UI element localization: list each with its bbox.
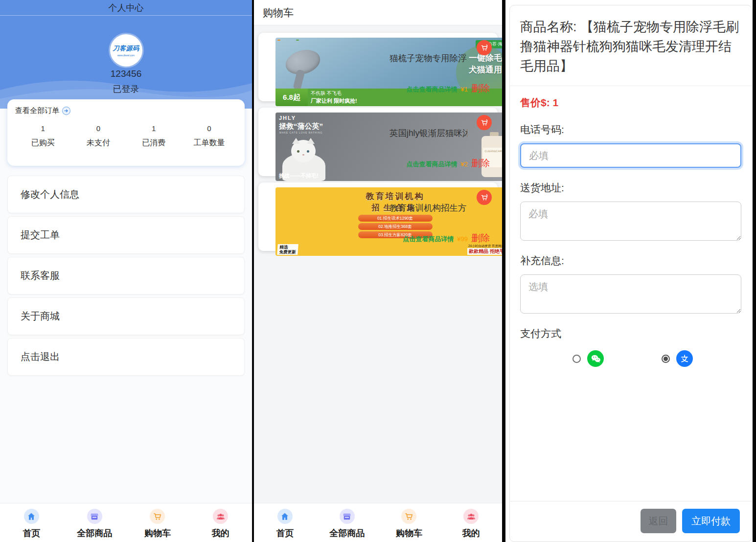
view-detail-link[interactable]: 点击查看商品详情 (403, 235, 454, 244)
product-title: 英国jhly银渐层猫咪沐... (389, 127, 467, 139)
stat-value: 0 (207, 124, 211, 133)
payment-option-wechat[interactable] (573, 350, 604, 367)
delete-button[interactable]: 删除 (471, 157, 490, 170)
shop-icon (340, 509, 355, 524)
delete-button[interactable]: 删除 (471, 232, 490, 245)
menu-item-submit-ticket[interactable]: 提交工单 (7, 216, 245, 254)
add-to-cart-icon[interactable] (477, 40, 492, 55)
wechat-radio[interactable] (573, 355, 581, 363)
image-brand: JHLY (279, 115, 296, 121)
cart-title: 购物车 (263, 6, 294, 20)
product-image-shampoo[interactable]: JHLY 拯救“蒲公英” MAKE CATS LOVE BATHING CLEA… (275, 113, 502, 181)
nav-label: 全部商品 (329, 527, 365, 539)
screen-separator (502, 0, 505, 542)
phone-input[interactable] (520, 143, 741, 168)
stats-row: 1 已购买 0 未支付 1 已消费 0 工单数量 (15, 124, 237, 148)
extra-info-textarea[interactable] (520, 274, 741, 314)
home-icon (24, 509, 39, 524)
cart-item-brush: 新货力荐·淘工厂 一键除毛 犬猫通用 6.8起 不伤肤 不飞毛 厂家让利 限时疯… (258, 33, 498, 101)
profile-menu: 修改个人信息 提交工单 联系客服 关于商城 点击退出 (7, 176, 245, 376)
cat-illustration (302, 154, 304, 156)
menu-item-about-mall[interactable]: 关于商城 (7, 297, 245, 335)
avatar-logo-text: 刀客源码 (113, 44, 139, 53)
cart-icon (150, 509, 165, 524)
product-title: 教育培训机构招生方... (389, 202, 467, 214)
checkout-footer: 返回 立即付款 (510, 500, 752, 542)
login-status: 已登录 (0, 83, 252, 95)
cart-item-education: 教育培训机构 招生合集 01.招生话术1290套 02.地推招生368套 03.… (258, 182, 498, 251)
alipay-radio[interactable] (662, 355, 670, 363)
image-list-item: 01.招生话术1290套 (358, 215, 433, 222)
stat-value: 1 (152, 124, 156, 133)
menu-item-label: 点击退出 (21, 350, 60, 363)
nav-label: 我的 (212, 527, 229, 539)
people-icon (213, 509, 228, 524)
view-detail-link[interactable]: 点击查看商品详情 (407, 85, 458, 94)
arrow-circle-icon[interactable] (62, 106, 71, 115)
stat-unpaid: 0 未支付 (70, 124, 126, 148)
menu-item-label: 联系客服 (21, 269, 60, 282)
screen-edge (753, 0, 756, 542)
menu-item-contact-support[interactable]: 联系客服 (7, 257, 245, 294)
image-price: 6.8起 (275, 89, 308, 106)
item-price: ¥1 (461, 86, 468, 93)
stat-label: 未支付 (87, 138, 110, 148)
sale-price: 售价$: 1 (520, 96, 741, 110)
cart-screen: 购物车 新货力荐·淘工厂 一键除毛 犬猫通用 6.8起 不伤 (254, 0, 502, 542)
bottom-nav: 首页 全部商品 (0, 503, 252, 542)
nav-item-mine[interactable]: 我的 (440, 503, 502, 542)
image-tag: 精选 (279, 245, 297, 249)
nav-item-home[interactable]: 首页 (254, 503, 316, 542)
nav-item-all-products[interactable]: 全部商品 (63, 503, 126, 542)
stat-tickets: 0 工单数量 (182, 124, 237, 148)
view-detail-link[interactable]: 点击查看商品详情 (407, 160, 458, 169)
image-footer-line: 厂家让利 限时疯抢! (311, 97, 502, 105)
wechat-icon (587, 350, 604, 367)
image-tags: 精选 免费更新 (277, 244, 298, 255)
profile-title: 个人中心 (109, 2, 144, 14)
nav-item-mine[interactable]: 我的 (189, 503, 252, 542)
nav-item-all-products[interactable]: 全部商品 (316, 503, 378, 542)
stat-consumed: 1 已消费 (126, 124, 182, 148)
cart-item-shampoo: JHLY 拯救“蒲公英” MAKE CATS LOVE BATHING CLEA… (258, 108, 498, 176)
cart-list: 新货力荐·淘工厂 一键除毛 犬猫通用 6.8起 不伤肤 不飞毛 厂家让利 限时疯… (254, 25, 502, 251)
shop-icon (87, 509, 102, 524)
add-to-cart-icon[interactable] (477, 190, 492, 205)
payment-method-label: 支付方式 (520, 327, 741, 340)
product-image-education[interactable]: 教育培训机构 招生合集 01.招生话术1290套 02.地推招生368套 03.… (275, 187, 502, 256)
back-button[interactable]: 返回 (641, 509, 676, 533)
avatar-logo-url: www.dkewl.com (117, 54, 135, 57)
cart-icon (401, 509, 416, 524)
product-title: 猫梳子宠物专用除浮... (389, 52, 467, 64)
home-icon (277, 509, 293, 524)
alipay-icon (676, 350, 693, 367)
payment-option-alipay[interactable] (662, 350, 693, 367)
delete-button[interactable]: 删除 (471, 82, 490, 95)
menu-item-label: 修改个人信息 (21, 188, 79, 201)
view-all-orders-label: 查看全部订单 (15, 106, 59, 115)
menu-item-logout[interactable]: 点击退出 (7, 338, 245, 376)
pay-now-button[interactable]: 立即付款 (682, 509, 740, 533)
orders-card: 查看全部订单 1 已购买 0 未支付 1 (7, 99, 245, 166)
payment-options (573, 350, 752, 367)
menu-item-label: 提交工单 (21, 228, 60, 242)
nav-item-cart[interactable]: 购物车 (378, 503, 440, 542)
menu-item-edit-profile[interactable]: 修改个人信息 (7, 176, 245, 213)
people-icon (463, 509, 479, 524)
address-textarea[interactable] (520, 202, 741, 241)
cart-item-actions: 点击查看商品详情 ¥2 删除 (407, 157, 490, 170)
app: 个人中心 刀客源码 www.dkewl.com 123456 已登录 查看全部订… (0, 0, 756, 542)
nav-item-home[interactable]: 首页 (0, 503, 63, 542)
image-title: 招生合集 (275, 203, 502, 213)
cart-item-actions: 点击查看商品详情 ¥1 删除 (407, 82, 490, 95)
product-image-brush[interactable]: 新货力荐·淘工厂 一键除毛 犬猫通用 6.8起 不伤肤 不飞毛 厂家让利 限时疯… (275, 38, 502, 106)
nav-item-cart[interactable]: 购物车 (126, 503, 189, 542)
promo-badge (277, 40, 280, 41)
avatar: 刀客源码 www.dkewl.com (110, 34, 142, 67)
view-all-orders[interactable]: 查看全部订单 (15, 106, 237, 115)
username: 123456 (0, 68, 252, 79)
image-footer-text: 款款精品 拒绝平庸 (467, 248, 502, 255)
bottom-nav: 首页 全部商品 (254, 503, 502, 542)
nav-label: 购物车 (396, 527, 422, 539)
add-to-cart-icon[interactable] (477, 115, 492, 130)
